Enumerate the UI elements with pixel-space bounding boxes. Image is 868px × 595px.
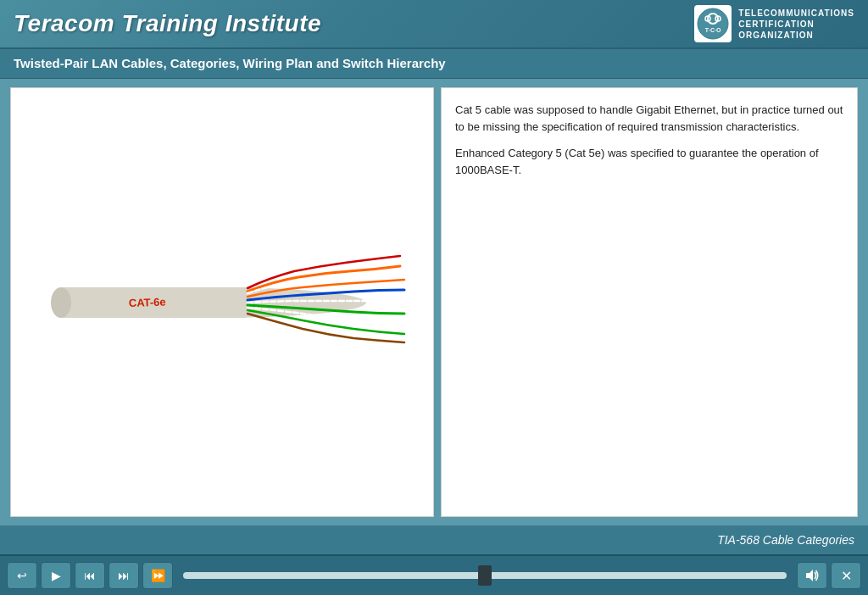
header: Teracom Training Institute T·C·O TELECOM…: [0, 0, 868, 49]
back-button[interactable]: ↩: [7, 562, 37, 589]
svg-point-7: [51, 287, 71, 318]
progress-bar[interactable]: [183, 572, 787, 579]
play-button[interactable]: ▶: [41, 562, 71, 589]
main-content: CAT-6e: [0, 79, 868, 525]
volume-icon: [804, 568, 820, 583]
tco-line2: CERTIFICATION: [738, 19, 814, 30]
close-button[interactable]: ✕: [831, 562, 861, 589]
tco-text: TELECOMMUNICATIONS CERTIFICATION ORGANIZ…: [738, 8, 854, 41]
svg-text:T·C·O: T·C·O: [705, 27, 721, 33]
svg-text:CAT-6e: CAT-6e: [129, 295, 166, 309]
tco-line3: ORGANIZATION: [738, 30, 813, 41]
caption-bar: TIA-568 Cable Categories: [0, 525, 868, 554]
skip-back-button[interactable]: ⏮: [75, 562, 105, 589]
app-title: Teracom Training Institute: [14, 10, 321, 37]
text-panel: Cat 5 cable was supposed to handle Gigab…: [441, 87, 858, 517]
image-panel: CAT-6e: [10, 87, 434, 517]
slide-title: Twisted-Pair LAN Cables, Categories, Wir…: [14, 56, 446, 70]
fast-forward-button[interactable]: ⏩: [142, 562, 173, 589]
progress-thumb[interactable]: [478, 565, 492, 586]
svg-marker-9: [806, 570, 813, 581]
cable-illustration: CAT-6e: [27, 247, 417, 358]
volume-button[interactable]: [797, 562, 827, 589]
sub-header: Twisted-Pair LAN Cables, Categories, Wir…: [0, 49, 868, 79]
logo-area: T·C·O TELECOMMUNICATIONS CERTIFICATION O…: [694, 5, 854, 42]
caption-text: TIA-568 Cable Categories: [717, 533, 854, 547]
tco-logo: T·C·O: [694, 5, 732, 42]
controls-bar: ↩ ▶ ⏮ ⏭ ⏩ ✕: [0, 554, 868, 595]
paragraph-2: Enhanced Category 5 (Cat 5e) was specifi…: [455, 145, 843, 178]
tco-line1: TELECOMMUNICATIONS: [738, 8, 854, 19]
skip-next-button[interactable]: ⏭: [108, 562, 139, 589]
paragraph-1: Cat 5 cable was supposed to handle Gigab…: [455, 102, 843, 135]
